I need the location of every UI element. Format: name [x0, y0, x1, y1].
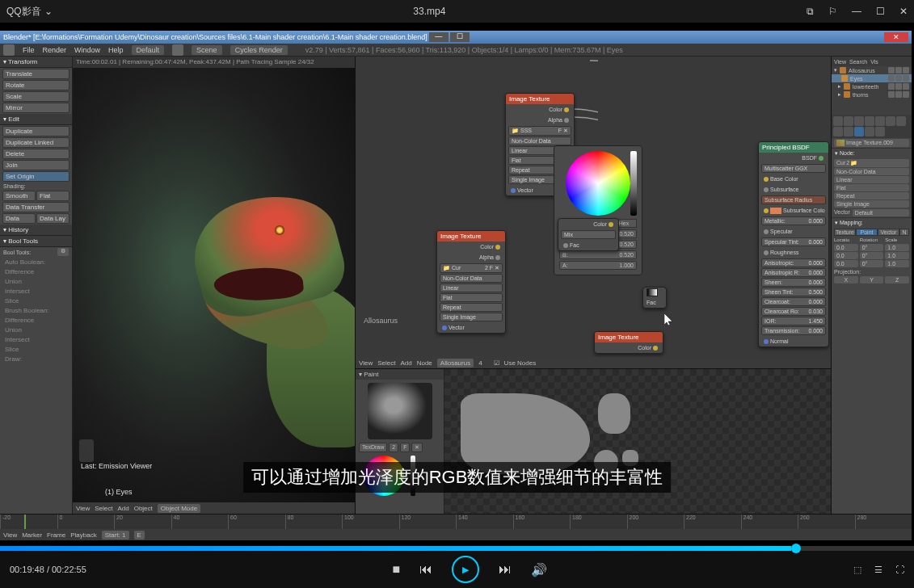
- pin-icon[interactable]: ⚐: [828, 6, 837, 17]
- tab-object[interactable]: [875, 116, 885, 126]
- prop-interp[interactable]: Linear: [834, 176, 909, 183]
- img-name[interactable]: SSS: [520, 128, 532, 134]
- loc-x[interactable]: 0.0: [834, 244, 858, 251]
- sheen-tint-field[interactable]: Sheen Tint:0.500: [761, 288, 826, 296]
- out-vis[interactable]: Vis: [870, 59, 878, 65]
- scl-x[interactable]: 1.0: [885, 244, 909, 251]
- proj-y[interactable]: Y: [860, 276, 884, 284]
- prop-proj[interactable]: Flat: [834, 184, 909, 191]
- set-origin-button[interactable]: Set Origin: [2, 171, 69, 182]
- wrench-icon[interactable]: ⚙: [57, 248, 69, 256]
- vp-view[interactable]: View: [76, 505, 90, 512]
- smooth-button[interactable]: Smooth: [2, 191, 36, 201]
- duplicate-button[interactable]: Duplicate: [2, 126, 69, 136]
- start-frame[interactable]: Start: 1: [102, 531, 129, 540]
- bool-tools-header[interactable]: Bool Tools: [0, 236, 72, 247]
- nav-widget[interactable]: [79, 439, 94, 462]
- tl-playback[interactable]: Playback: [70, 531, 96, 539]
- mapping-section[interactable]: Mapping:: [832, 217, 912, 228]
- tab-data[interactable]: [833, 127, 843, 136]
- ne-view[interactable]: View: [359, 359, 373, 367]
- vp-add[interactable]: Add: [117, 505, 128, 512]
- map-point[interactable]: Point: [856, 229, 878, 236]
- node-section[interactable]: Node:: [832, 148, 912, 158]
- loc-z[interactable]: 0.0: [834, 260, 858, 267]
- brush-preview[interactable]: [368, 383, 432, 439]
- vector-default[interactable]: Default: [853, 209, 909, 216]
- data-lay-button[interactable]: Data Lay: [36, 213, 69, 224]
- stop-button[interactable]: ■: [393, 562, 401, 577]
- texdraw-f[interactable]: F: [400, 443, 410, 452]
- open-file-button[interactable]: ⬚: [853, 565, 861, 575]
- maximize-button[interactable]: ☐: [876, 6, 885, 17]
- clearcoat-field[interactable]: Clearcoat:0.000: [761, 297, 826, 306]
- distribution[interactable]: Multiscatter GGX: [761, 164, 826, 173]
- volume-button[interactable]: 🔊: [531, 562, 547, 578]
- material-select[interactable]: Allosaurus: [437, 359, 474, 368]
- playlist-button[interactable]: ☰: [874, 565, 882, 575]
- difference-ghost[interactable]: Difference: [2, 267, 69, 276]
- tab-scene[interactable]: [854, 116, 864, 126]
- sheen-field[interactable]: Sheen:0.000: [761, 278, 826, 287]
- vp-object[interactable]: Object: [134, 505, 153, 512]
- metallic-field[interactable]: Metallic:0.000: [761, 216, 826, 225]
- out-item-2[interactable]: ▸lowerteeth: [832, 82, 912, 90]
- menu-file[interactable]: File: [23, 46, 35, 54]
- prop-colorspace[interactable]: Non-Color Data: [834, 168, 909, 175]
- loc-y[interactable]: 0.0: [834, 252, 858, 259]
- aniso-field[interactable]: Anisotropic:0.000: [761, 258, 826, 267]
- colorspace[interactable]: Non-Color Data: [508, 136, 571, 145]
- spec-tint-field[interactable]: Specular Tint:0.000: [761, 237, 826, 246]
- scene-select[interactable]: Scene: [192, 45, 222, 55]
- progress-bar[interactable]: [0, 546, 914, 551]
- img-name2[interactable]: Cur: [452, 265, 461, 271]
- data-button[interactable]: Data: [2, 213, 36, 224]
- intersect-ghost[interactable]: Intersect: [2, 287, 69, 296]
- node-image-texture-3[interactable]: Image Texture Color: [594, 331, 663, 354]
- texdraw-num[interactable]: 2: [389, 443, 398, 452]
- slice-ghost2[interactable]: Slice: [2, 345, 69, 354]
- mode-select[interactable]: Object Mode: [158, 504, 200, 513]
- colorspace2[interactable]: Non-Color Data: [440, 274, 503, 283]
- mirror-button[interactable]: Mirror: [2, 103, 69, 113]
- blender-max[interactable]: ☐: [450, 32, 470, 42]
- interp2[interactable]: Linear: [440, 284, 503, 292]
- paint-header[interactable]: Paint: [356, 369, 444, 380]
- vp-select[interactable]: Select: [95, 505, 112, 512]
- rotate-button[interactable]: Rotate: [2, 80, 69, 90]
- proj-x[interactable]: X: [834, 276, 858, 284]
- proj-z[interactable]: Z: [885, 276, 909, 284]
- union-ghost2[interactable]: Union: [2, 326, 69, 334]
- rot-x[interactable]: 0°: [860, 244, 884, 251]
- proj2[interactable]: Flat: [440, 293, 503, 302]
- blender-close[interactable]: ✕: [884, 32, 908, 42]
- tab-modifiers[interactable]: [896, 116, 906, 126]
- viewport-canvas[interactable]: Last: Emission Viewer (1) Eyes: [73, 68, 355, 502]
- active-tex-name[interactable]: Image Texture.009: [846, 140, 893, 146]
- menu-help[interactable]: Help: [108, 46, 124, 54]
- scl-z[interactable]: 1.0: [885, 260, 909, 267]
- color-picker[interactable]: RGB HSV Hex R:0.520 G:0.520 B:0.520 A:1.…: [554, 145, 642, 275]
- union-ghost[interactable]: Union: [2, 277, 69, 286]
- tab-physics[interactable]: [875, 127, 885, 136]
- blender-min[interactable]: —: [429, 32, 449, 42]
- transmission-field[interactable]: Transmission:0.000: [761, 326, 826, 335]
- end-frame[interactable]: E: [134, 531, 145, 540]
- prop-src[interactable]: Single Image: [834, 200, 909, 208]
- playhead[interactable]: [24, 514, 26, 529]
- join-button[interactable]: Join: [2, 160, 69, 170]
- out-item-0[interactable]: ▾Allosaurus: [832, 66, 912, 74]
- rot-z[interactable]: 0°: [860, 260, 884, 267]
- ext2[interactable]: Repeat: [440, 303, 503, 312]
- intersect-ghost2[interactable]: Intersect: [2, 335, 69, 344]
- timeline-ruler[interactable]: -200204060801001201401601802002202402602…: [0, 514, 912, 529]
- node-mix-rgb[interactable]: Color Mix Fac: [558, 218, 619, 251]
- layout-select[interactable]: Default: [132, 45, 165, 55]
- scene-icon[interactable]: [172, 44, 183, 56]
- pip-icon[interactable]: ⧉: [807, 6, 814, 17]
- aniso-rot-field[interactable]: Anisotropic R:0.000: [761, 268, 826, 277]
- value-slider[interactable]: [630, 151, 637, 216]
- close-button[interactable]: ✕: [899, 6, 908, 17]
- out-view[interactable]: View: [834, 59, 846, 65]
- map-texture[interactable]: Texture: [834, 229, 856, 236]
